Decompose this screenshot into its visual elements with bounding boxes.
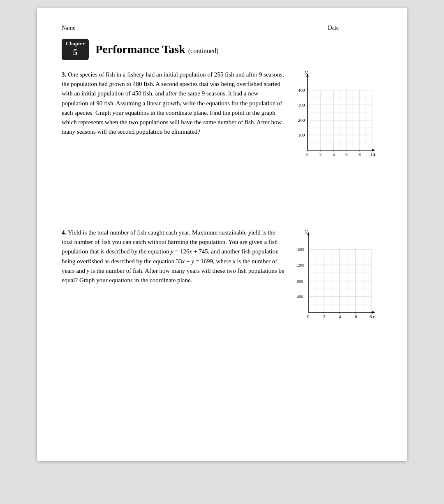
svg-text:4: 4	[339, 314, 341, 319]
svg-text:10: 10	[370, 152, 375, 157]
svg-text:200: 200	[298, 118, 305, 123]
svg-text:6: 6	[355, 314, 357, 319]
svg-text:800: 800	[297, 279, 303, 283]
svg-text:4: 4	[333, 152, 335, 157]
svg-text:400: 400	[298, 88, 305, 93]
question-3-number: 3.	[62, 71, 68, 78]
question-4-left: 4. Yield is the total number of fish cau…	[62, 228, 286, 332]
page: Name Date Chapter 5 Performance Task (co…	[37, 8, 407, 461]
question-4-block: 4. Yield is the total number of fish cau…	[62, 228, 382, 332]
question-3-text: One species of fish in a fishery had an …	[62, 71, 284, 135]
header-row: Name Date	[62, 25, 382, 31]
svg-text:6: 6	[345, 152, 348, 157]
svg-text:x: x	[372, 314, 375, 320]
title-area: Chapter 5 Performance Task (continued)	[62, 39, 382, 60]
chapter-word: Chapter	[66, 40, 85, 47]
svg-text:1200: 1200	[296, 263, 304, 267]
name-field: Name	[62, 25, 254, 31]
question-3-block: 3. One species of fish in a fishery had …	[62, 70, 382, 166]
svg-text:2: 2	[323, 314, 326, 319]
svg-text:8: 8	[370, 314, 372, 319]
title-subtitle: (continued)	[188, 47, 219, 54]
svg-text:2: 2	[319, 152, 322, 157]
chapter-badge: Chapter 5	[62, 39, 89, 60]
question-4-number: 4.	[62, 229, 68, 236]
svg-text:300: 300	[298, 102, 305, 107]
graph-2-svg: y x 400 800	[296, 228, 378, 331]
svg-text:1600: 1600	[296, 247, 304, 252]
question-3-left: 3. One species of fish in a fishery had …	[62, 70, 286, 166]
name-line	[78, 25, 254, 31]
svg-text:400: 400	[297, 295, 303, 299]
question-4-text: Yield is the total number of fish caught…	[62, 229, 284, 283]
svg-text:100: 100	[298, 132, 305, 137]
svg-text:0: 0	[307, 314, 310, 319]
graph-1-svg: y x 100	[296, 70, 378, 165]
svg-text:y: y	[304, 228, 308, 234]
chapter-number: 5	[66, 47, 85, 58]
name-label: Name	[62, 25, 75, 31]
page-title: Performance Task (continued)	[95, 43, 218, 56]
svg-text:0: 0	[306, 152, 309, 157]
spacer-1	[62, 179, 382, 228]
question-3-graph: y x 100	[296, 70, 382, 166]
question-4-graph: y x 400 800	[296, 228, 382, 332]
date-field: Date	[328, 25, 382, 31]
svg-text:8: 8	[358, 152, 361, 157]
date-label: Date	[328, 25, 339, 31]
date-line	[341, 25, 382, 31]
